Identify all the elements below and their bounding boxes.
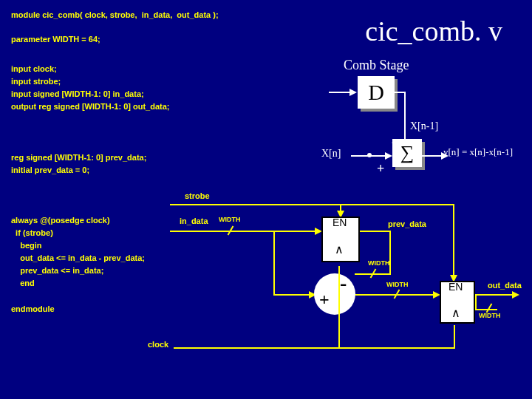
- wire-in-data: [170, 231, 318, 232]
- wire-clock-h: [174, 347, 338, 349]
- arrow-xn-sigma: [385, 152, 392, 160]
- width-label-4: WIDTH: [479, 312, 501, 319]
- wire-d-out-v: [404, 92, 406, 140]
- wire-sigma-out: [422, 155, 443, 157]
- wire-out-v: [475, 294, 477, 309]
- en-label-1: EN: [332, 216, 347, 228]
- plus-sign: +: [377, 161, 384, 177]
- wire-strobe-en2-h: [340, 204, 454, 205]
- code-line-12: out_data <= in_data - prev_data;: [11, 252, 145, 265]
- yn-equation: y[n] = x[n]-x[n-1]: [443, 146, 513, 158]
- code-line-1: module cic_comb( clock, strobe, in_data,…: [11, 9, 219, 21]
- xn1-label: X[n-1]: [410, 120, 438, 132]
- arrow-into-d: [349, 89, 357, 96]
- adder-plus: +: [319, 290, 330, 310]
- code-line-5: input signed [WIDTH-1: 0] in_data;: [11, 88, 144, 100]
- wire-prev-v: [389, 231, 391, 275]
- comb-stage-label: Comb Stage: [344, 58, 409, 73]
- code-line-8: initial prev_data = 0;: [11, 164, 89, 177]
- sigma-block: ∑: [392, 139, 422, 167]
- wire-into-d: [329, 92, 351, 93]
- code-line-6: output reg signed [WIDTH-1: 0] out_data;: [11, 100, 169, 113]
- code-line-3: input clock;: [11, 63, 57, 75]
- wire-prev-h1: [360, 231, 391, 232]
- code-line-4: input strobe;: [11, 75, 61, 88]
- wire-in-adder-v: [273, 231, 275, 296]
- wire-clock-v1: [338, 266, 340, 347]
- prev-data-label: prev_data: [388, 219, 426, 228]
- in-data-label: in_data: [180, 216, 208, 225]
- wire-clock-h2: [338, 347, 455, 349]
- code-line-11: begin: [11, 239, 42, 252]
- code-line-10: if (strobe): [11, 227, 53, 239]
- wire-out-data2: [475, 309, 497, 310]
- reg-clock-1: ∧: [335, 242, 344, 256]
- d-block: D: [358, 76, 395, 109]
- file-title: cic_comb. v: [365, 15, 502, 47]
- wire-in-adder-h: [273, 294, 312, 296]
- junction-dot: [367, 153, 372, 157]
- xn-label: X[n]: [321, 148, 341, 160]
- wire-clock-v2: [454, 325, 455, 347]
- wire-strobe: [170, 204, 341, 205]
- adder-minus: -: [340, 271, 347, 295]
- code-line-9: always @(posedge clock): [11, 214, 110, 227]
- width-label-3: WIDTH: [386, 281, 409, 288]
- en-label-2: EN: [449, 281, 463, 293]
- code-line-7: reg signed [WIDTH-1: 0] prev_data;: [11, 151, 146, 164]
- clock-label: clock: [148, 340, 168, 349]
- code-line-2: parameter WIDTH = 64;: [11, 33, 100, 46]
- strobe-label: strobe: [185, 191, 210, 200]
- width-label-1: WIDTH: [219, 216, 241, 223]
- wire-strobe-en2-v: [453, 204, 454, 278]
- out-data-label: out_data: [488, 281, 522, 290]
- code-line-14: end: [11, 277, 35, 290]
- wire-out-data: [475, 294, 516, 296]
- arrow-out-data: [512, 291, 519, 299]
- width-label-2: WIDTH: [368, 259, 390, 267]
- code-line-15: endmodule: [11, 303, 55, 316]
- code-line-13: prev_data <= in_data;: [11, 265, 103, 277]
- reg-clock-2: ∧: [451, 306, 460, 320]
